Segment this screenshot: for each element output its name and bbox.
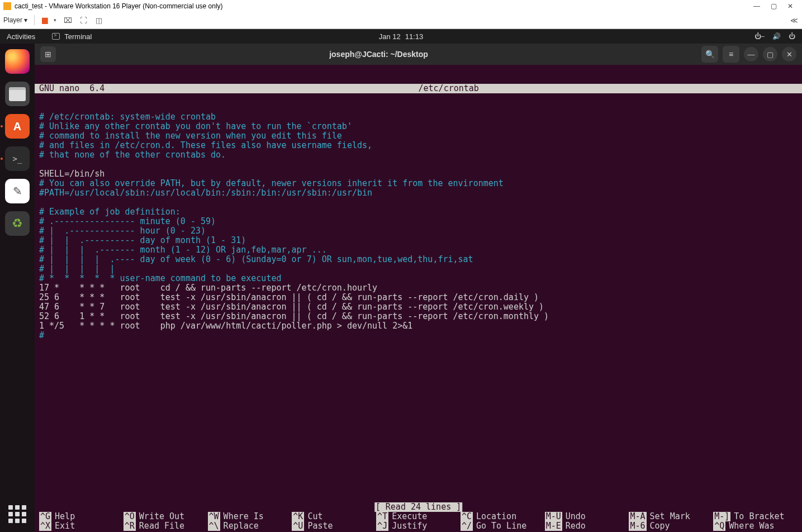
nano-line[interactable]: 47 6 * * 7 root test -x /usr/sbin/anacro… [39,302,798,312]
shortcut-key: M-E [545,521,562,531]
nano-line[interactable]: 25 6 * * * root test -x /usr/sbin/anacro… [39,293,798,302]
shortcut-label: Redo [566,521,586,531]
nano-line[interactable]: # and files in /etc/cron.d. These files … [39,141,798,150]
shortcut-label: Cut [307,512,322,521]
vmware-right-chevrons[interactable]: ≪ [790,16,799,25]
search-button[interactable]: 🔍 [701,46,718,63]
shortcut-label: Justify [392,521,427,531]
terminal-title: joseph@JCacti: ~/Desktop [60,50,697,59]
nano-line[interactable]: # that none of the other crontabs do. [39,150,798,160]
terminal-headerbar: ⊞ joseph@JCacti: ~/Desktop 🔍 ≡ — ▢ ✕ [35,44,802,65]
vmware-icon [3,2,11,10]
nano-shortcut: ^RRead File [124,521,208,531]
shortcut-label: Read File [139,521,184,531]
nano-line[interactable]: # | | .---------- day of month (1 - 31) [39,236,798,245]
network-icon[interactable]: ⏻⎯ [754,32,765,40]
volume-icon[interactable]: 🔊 [772,32,781,40]
fullscreen-icon[interactable]: ⛶ [79,16,88,25]
nano-shortcut: ^GHelp [39,512,124,521]
nano-line[interactable]: 1 */5 * * * * root php /var/www/html/cac… [39,321,798,331]
nano-statusbar: [ Read 24 lines ] [374,502,463,512]
nano-shortcut: M-ERedo [545,521,629,531]
send-ctrl-alt-del-icon[interactable]: ⌧ [63,16,72,25]
clock-time: 11:13 [405,32,424,41]
nano-line[interactable]: # * * * * * user-name command to be exec… [39,274,798,283]
dock-software[interactable] [5,114,30,139]
nano-content[interactable]: # /etc/crontab: system-wide crontab# Unl… [39,112,798,340]
nano-line[interactable]: # Unlike any other crontab you don't hav… [39,122,798,131]
dock-files[interactable] [5,82,30,106]
dock-firefox[interactable] [5,49,30,74]
ubuntu-dock [0,44,35,532]
nano-shortcut: M-ASet Mark [629,512,713,521]
nano-line[interactable]: # | | | | .---- day of week (0 - 6) (Sun… [39,255,798,264]
shortcut-label: Replace [224,521,259,531]
nano-line[interactable]: # | | | | | [39,264,798,274]
nano-line[interactable]: # Example of job definition: [39,207,798,217]
nano-line[interactable]: SHELL=/bin/sh [39,169,798,179]
nano-line[interactable]: # [39,331,798,340]
shortcut-label: Where Is [224,512,264,521]
power-icon[interactable]: ⏻ [789,32,795,40]
nano-shortcut: ^OWrite Out [124,512,208,521]
nano-shortcut: ^UPaste [292,521,376,531]
nano-shortcut: M-UUndo [545,512,629,521]
vmware-title: cacti_test - VMware Workstation 16 Playe… [15,2,223,10]
gnome-topbar: Activities Terminal Jan 12 11:13 ⏻⎯ 🔊 ⏻ [0,29,802,44]
nano-line[interactable]: # | .------------- hour (0 - 23) [39,226,798,236]
nano-line[interactable]: # | | | .------- month (1 - 12) OR jan,f… [39,245,798,255]
power-dropdown-icon[interactable]: ▾ [54,17,56,23]
nano-line[interactable]: # .---------------- minute (0 - 59) [39,217,798,226]
clock[interactable]: Jan 12 11:13 [379,32,424,41]
shortcut-label: Exit [55,521,75,531]
shortcut-key: ^G [39,512,51,521]
dock-text-editor[interactable] [5,179,30,203]
pause-icon[interactable]: ▮▮ [41,16,47,25]
nano-titlebar: GNU nano 6.4 /etc/crontab [35,84,802,93]
nano-line[interactable]: # /etc/crontab: system-wide crontab [39,112,798,122]
host-maximize-button[interactable]: ▢ [765,2,782,10]
nano-shortcut: ^QWhere Was [713,521,798,531]
nano-line[interactable]: # You can also override PATH, but by def… [39,179,798,188]
dock-terminal[interactable] [5,146,30,171]
nano-line[interactable]: # command to install the new version whe… [39,131,798,141]
shortcut-key: M-A [629,512,646,521]
nano-editor[interactable]: GNU nano 6.4 /etc/crontab # /etc/crontab… [35,65,802,532]
clock-date: Jan 12 [379,32,401,41]
hamburger-menu-button[interactable]: ≡ [723,46,739,63]
nano-line[interactable] [39,198,798,207]
shortcut-label: Undo [566,512,586,521]
player-menu[interactable]: Player ▾ [3,16,27,24]
window-minimize-button[interactable]: — [744,47,758,61]
shortcut-label: Help [55,512,75,521]
shortcut-label: Write Out [139,512,184,521]
shortcut-key: M-6 [629,521,646,531]
shortcut-label: Go To Line [476,521,526,531]
unity-icon[interactable]: ◫ [94,16,103,25]
nano-line[interactable]: 17 * * * * root cd / && run-parts --repo… [39,283,798,293]
nano-shortcut: ^\Replace [208,521,292,531]
shortcut-key: ^\ [208,521,220,531]
nano-shortcut: ^XExit [39,521,124,531]
search-icon: 🔍 [705,50,715,59]
nano-shortcut: ^CLocation [461,512,545,521]
nano-line[interactable]: #PATH=/usr/local/sbin:/usr/local/bin:/sb… [39,188,798,198]
dock-apps-grid[interactable] [7,504,27,524]
shortcut-key: ^U [292,521,304,531]
new-tab-button[interactable]: ⊞ [40,46,56,62]
nano-line[interactable]: 52 6 1 * * root test -x /usr/sbin/anacro… [39,312,798,321]
nano-version: GNU nano 6.4 [39,84,419,93]
shortcut-key: M-U [545,512,562,521]
host-minimize-button[interactable]: — [748,2,765,10]
activities-button[interactable]: Activities [7,32,35,41]
nano-shortcut: M-]To Bracket [713,512,798,521]
nano-shortcut: ^WWhere Is [208,512,292,521]
nano-line[interactable] [39,160,798,169]
shortcut-key: M-] [713,512,730,521]
dock-trash[interactable] [5,211,30,236]
shortcut-key: ^T [376,512,388,521]
app-menu-terminal[interactable]: Terminal [52,32,92,41]
window-maximize-button[interactable]: ▢ [763,47,777,61]
window-close-button[interactable]: ✕ [782,47,796,61]
host-close-button[interactable]: ✕ [782,2,799,10]
